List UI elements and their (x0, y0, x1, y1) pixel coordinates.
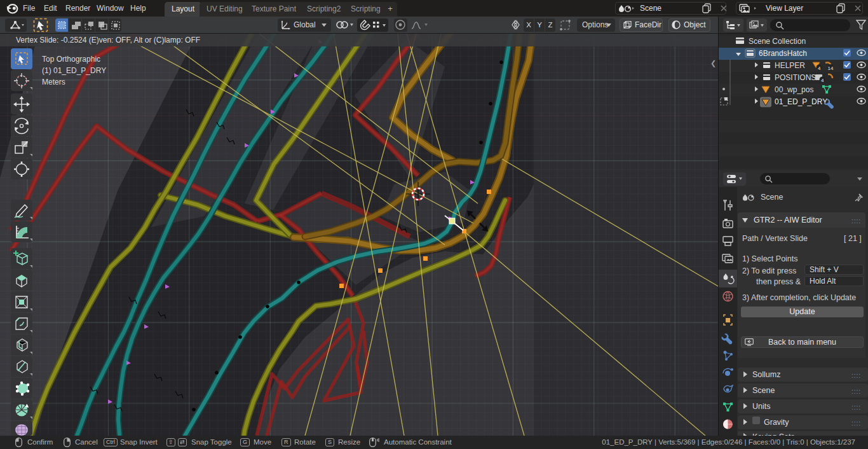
svg-text:4: 4 (821, 78, 824, 83)
svg-text:4: 4 (818, 66, 821, 71)
svg-text:6BrandsHatch: 6BrandsHatch (759, 49, 807, 58)
svg-text:00_wp_pos: 00_wp_pos (775, 85, 813, 94)
svg-text:Scene Collection: Scene Collection (749, 37, 806, 46)
svg-text:01_ED_P_DRY: 01_ED_P_DRY (775, 97, 827, 106)
svg-text:❮: ❮ (710, 59, 716, 67)
svg-text:14: 14 (828, 66, 834, 71)
svg-text:HELPER: HELPER (775, 61, 805, 70)
svg-text:POSITIONS: POSITIONS (775, 73, 816, 82)
